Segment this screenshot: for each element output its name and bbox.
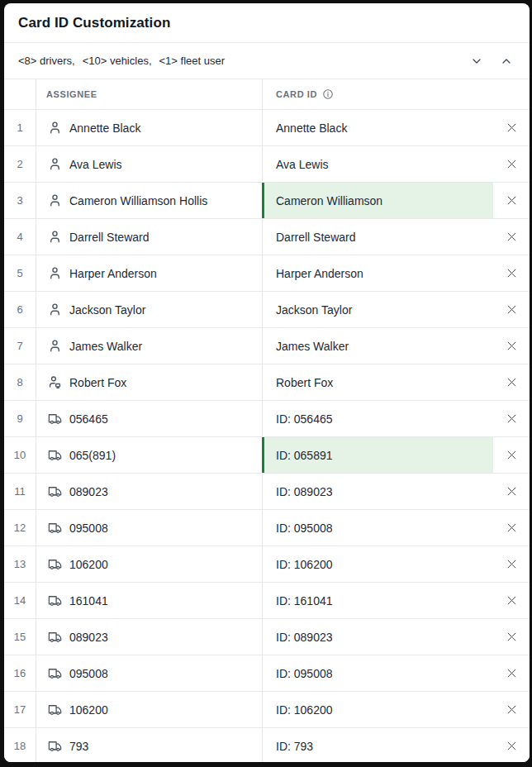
driver-icon xyxy=(46,265,63,282)
remove-row-button[interactable] xyxy=(499,152,524,177)
row-number-cell: 8 xyxy=(4,364,36,400)
close-icon xyxy=(506,303,518,316)
row-actions-cell xyxy=(493,401,530,436)
table-row: 3 Cameron Williamson Hollis Cameron Will… xyxy=(4,183,530,219)
remove-row-button[interactable] xyxy=(499,588,524,613)
row-number: 3 xyxy=(17,194,22,207)
remove-row-button[interactable] xyxy=(499,116,524,141)
close-icon xyxy=(506,340,518,352)
row-actions-cell xyxy=(493,728,530,762)
assignee-cell: Harper Anderson xyxy=(36,255,263,291)
close-icon xyxy=(506,158,518,170)
remove-row-button[interactable] xyxy=(499,661,524,686)
info-icon[interactable] xyxy=(322,88,334,100)
chevron-up-button[interactable] xyxy=(495,50,518,73)
card-id-cell[interactable]: Harper Anderson xyxy=(262,255,493,291)
row-number-cell: 1 xyxy=(4,110,36,145)
remove-row-button[interactable] xyxy=(499,225,524,250)
assignee-name: Cameron Williamson Hollis xyxy=(69,194,207,207)
card-id-cell[interactable]: Darrell Steward xyxy=(262,219,493,255)
assignee-cell: Robert Fox xyxy=(36,364,263,400)
card-id-cell[interactable]: Jackson Taylor xyxy=(262,292,493,327)
remove-row-button[interactable] xyxy=(499,516,524,541)
row-actions-cell xyxy=(493,619,530,655)
close-icon xyxy=(506,740,518,752)
assignee-cell: James Walker xyxy=(36,328,263,364)
row-number-cell: 15 xyxy=(4,619,36,655)
card-id-cell[interactable]: ID: 106200 xyxy=(262,692,493,727)
truck-icon xyxy=(46,593,63,609)
row-actions-cell xyxy=(493,183,530,218)
card-id-cell[interactable]: ID: 793 xyxy=(262,728,493,762)
card-id-cell[interactable]: James Walker xyxy=(262,328,493,364)
card-id-cell[interactable]: ID: 065891 xyxy=(262,437,493,473)
row-number: 15 xyxy=(14,631,26,643)
table-row: 8 Robert Fox Robert Fox xyxy=(4,364,530,401)
close-icon xyxy=(506,121,518,134)
card-id-cell[interactable]: ID: 089023 xyxy=(262,619,493,655)
row-number-cell: 2 xyxy=(4,146,36,182)
driver-icon xyxy=(46,156,63,173)
remove-row-button[interactable] xyxy=(499,188,524,213)
row-number: 10 xyxy=(14,449,26,461)
row-number-cell: 4 xyxy=(4,219,36,255)
card-id-cell[interactable]: ID: 106200 xyxy=(262,546,493,582)
close-icon xyxy=(506,376,518,388)
assignee-name: Jackson Taylor xyxy=(69,303,145,317)
card-id-cell[interactable]: ID: 089023 xyxy=(262,474,493,509)
row-actions-cell xyxy=(493,510,530,545)
driver-icon xyxy=(46,302,63,318)
truck-icon xyxy=(46,738,63,755)
remove-row-button[interactable] xyxy=(499,734,524,759)
close-icon xyxy=(506,667,518,679)
assignee-name: 095008 xyxy=(69,522,108,535)
row-actions-cell xyxy=(493,546,530,582)
driver-icon xyxy=(46,120,63,136)
card-id-cell[interactable]: ID: 095008 xyxy=(262,510,493,545)
row-actions-cell xyxy=(493,292,530,327)
remove-row-button[interactable] xyxy=(499,298,524,322)
assignee-cell: Darrell Steward xyxy=(36,219,263,255)
remove-row-button[interactable] xyxy=(499,370,524,395)
card-id-cell[interactable]: ID: 161041 xyxy=(262,583,493,618)
card-id-value: ID: 106200 xyxy=(276,558,333,571)
selection-summary: <8> drivers, <10> vehicles, <1> fleet us… xyxy=(18,55,225,67)
remove-row-button[interactable] xyxy=(499,479,524,504)
row-actions-cell xyxy=(493,437,530,473)
assignee-cell: 056465 xyxy=(36,401,263,436)
card-id-cell[interactable]: Annette Black xyxy=(262,110,493,145)
header-actions-cell xyxy=(494,79,530,109)
truck-icon xyxy=(46,629,63,646)
remove-row-button[interactable] xyxy=(499,261,524,286)
card-id-cell[interactable]: Ava Lewis xyxy=(262,146,493,182)
remove-row-button[interactable] xyxy=(499,625,524,650)
row-number-cell: 14 xyxy=(4,583,36,618)
chevron-down-button[interactable] xyxy=(465,50,488,73)
close-icon xyxy=(506,558,518,570)
row-number-cell: 16 xyxy=(4,655,36,691)
remove-row-button[interactable] xyxy=(499,334,524,359)
assignee-name: 089023 xyxy=(69,631,108,644)
card-id-value: ID: 089023 xyxy=(276,485,333,498)
assignee-name: Annette Black xyxy=(69,121,140,135)
row-actions-cell xyxy=(493,655,530,691)
table-row: 10 065(891) ID: 065891 xyxy=(4,437,530,474)
card-id-cell[interactable]: ID: 056465 xyxy=(262,401,493,436)
row-actions-cell xyxy=(493,146,530,182)
remove-row-button[interactable] xyxy=(499,698,524,722)
assignee-name: 793 xyxy=(69,740,88,753)
header-assignee-cell: ASSIGNEE xyxy=(36,79,263,109)
row-number: 4 xyxy=(17,231,22,243)
page-title: Card ID Customization xyxy=(18,15,170,31)
remove-row-button[interactable] xyxy=(499,443,524,468)
table-row: 6 Jackson Taylor Jackson Taylor xyxy=(4,292,530,328)
row-number: 7 xyxy=(17,340,22,352)
card-id-cell[interactable]: ID: 095008 xyxy=(262,655,493,691)
remove-row-button[interactable] xyxy=(499,552,524,577)
remove-row-button[interactable] xyxy=(499,407,524,431)
row-number-cell: 12 xyxy=(4,510,36,545)
assignee-cell: 065(891) xyxy=(36,437,263,473)
card-id-cell[interactable]: Robert Fox xyxy=(262,364,493,400)
row-number-cell: 11 xyxy=(4,474,36,509)
card-id-cell[interactable]: Cameron Williamson xyxy=(262,183,493,218)
